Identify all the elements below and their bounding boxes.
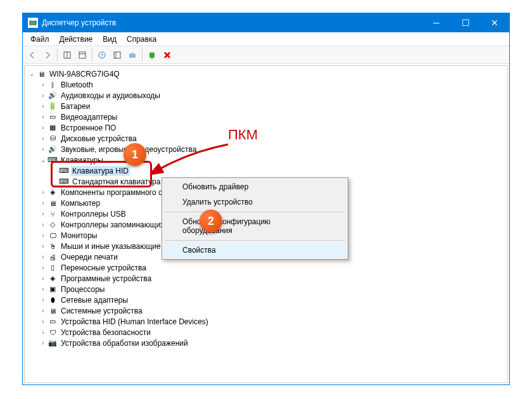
toolbar: ? [23,46,509,64]
tree-item[interactable]: ›◈Программные устройства [27,273,505,284]
tree-item[interactable]: ›📷Устройства обработки изображений [27,338,505,348]
usb-icon: ⑂ [48,209,58,219]
menu-help[interactable]: Справка [122,34,162,45]
nav-back-button[interactable] [25,48,39,62]
monitor-icon: 🖵 [48,231,58,241]
software-device-icon: ◈ [48,274,58,284]
menu-view[interactable]: Вид [98,34,122,45]
svg-rect-0 [30,21,36,25]
tree-item[interactable]: ›▭Видеоадаптеры [27,111,505,122]
chevron-right-icon[interactable]: › [39,124,48,131]
context-menu: Обновить драйвер Удалить устройство Обно… [162,177,348,260]
tree-item[interactable]: ›🖥Системные устройства [27,305,505,316]
chevron-right-icon[interactable]: › [39,243,48,250]
chevron-down-icon[interactable]: ⌄ [27,70,36,77]
keyboard-icon: ⌨ [59,166,69,176]
chevron-right-icon[interactable]: › [39,210,48,217]
chevron-right-icon[interactable]: › [39,113,48,120]
chevron-right-icon[interactable]: › [39,146,48,153]
sound-icon: 🔊 [48,144,58,155]
svg-rect-12 [149,53,155,58]
tree-label: Переносные устройства [60,263,148,273]
tree-item[interactable]: ›⛁Дисковые устройства [27,133,505,144]
tree-item[interactable]: ›🛡Устройства безопасности [27,327,505,338]
tree-item[interactable]: ›▯Переносные устройства [27,262,505,273]
tree-label: Устройства HID (Human Interface Devices) [60,317,210,327]
tree-label: Устройства обработки изображений [60,338,189,348]
tree-item[interactable]: ›ᛒBluetooth [27,79,505,90]
chevron-right-icon[interactable]: › [39,307,48,314]
context-menu-scan[interactable]: Обновить конфигурацию оборудования [163,214,346,238]
properties-button[interactable] [75,48,89,62]
chevron-right-icon[interactable]: › [39,232,48,239]
tree-item[interactable]: ›▣Процессоры [27,284,505,294]
show-hide-button[interactable] [60,48,74,62]
chevron-down-icon[interactable]: ⌄ [39,156,48,163]
chevron-right-icon[interactable]: › [39,286,48,293]
chevron-right-icon[interactable]: › [39,253,48,260]
chevron-right-icon[interactable]: › [39,275,48,282]
chevron-right-icon[interactable]: › [39,318,48,325]
tree-label: Процессоры [60,284,106,294]
tree-label: Видеоадаптеры [60,112,118,122]
menubar: Файл Действие Вид Справка [23,32,509,46]
tree-label: Очереди печати [60,252,119,262]
tree-label: Батареи [60,101,91,111]
chevron-right-icon[interactable]: › [39,189,48,196]
close-button[interactable]: ✕ [480,13,509,32]
cpu-icon: ▣ [48,284,58,294]
tree-label: Клавиатура HID [71,166,130,176]
display-adapter-icon: ▭ [48,112,58,122]
tree-item[interactable]: ›🔋Батареи [27,101,505,111]
toolbar-separator [92,49,92,61]
firmware-icon: ▦ [48,123,58,133]
chevron-right-icon[interactable]: › [39,200,48,206]
svg-rect-11 [130,53,134,54]
maximize-button[interactable]: ☐ [451,13,480,32]
menu-action[interactable]: Действие [54,34,98,45]
tree-root[interactable]: ⌄ 🖥 WIN-9A8CRG7IG4Q [27,68,505,79]
tree-label: Компьютер [60,198,101,208]
portable-icon: ▯ [48,263,58,273]
context-menu-uninstall[interactable]: Удалить устройство [163,194,346,210]
scan-hardware-button[interactable] [125,48,139,62]
keyboard-icon: ⌨ [48,155,58,165]
chevron-right-icon[interactable]: › [39,264,48,271]
toolbar-button[interactable] [110,48,124,62]
toolbar-separator [57,49,58,61]
computer-icon: 🖥 [36,69,46,79]
menu-file[interactable]: Файл [25,34,54,45]
tree-item[interactable]: ›🔊Аудиовходы и аудиовыходы [27,90,505,101]
chevron-right-icon[interactable]: › [39,81,48,88]
chevron-right-icon[interactable]: › [39,339,48,346]
svg-rect-1 [30,20,35,21]
tree-item-keyboards[interactable]: ⌄⌨Клавиатуры [27,155,505,165]
context-menu-separator [165,212,345,212]
uninstall-button[interactable] [160,48,174,62]
tree-item[interactable]: ›🔊Звуковые, игровые и видеоустройства [27,144,505,155]
help-button[interactable]: ? [95,48,109,62]
tree-item[interactable]: ›▭Устройства HID (Human Interface Device… [27,316,505,327]
context-menu-properties[interactable]: Свойства [163,243,346,258]
system-icon: 🖥 [48,306,58,316]
tree-label: Системные устройства [60,306,144,316]
tree-item[interactable]: ›▦Встроенное ПО [27,122,505,133]
tree-label: Стандартная клавиатура [71,177,162,187]
update-driver-button[interactable] [145,48,159,62]
tree-label: Дисковые устройства [60,134,138,144]
tree-label: Контроллеры USB [60,209,127,219]
chevron-right-icon[interactable]: › [39,103,48,110]
disk-icon: ⛁ [48,134,58,144]
keyboard-icon: ⌨ [59,177,69,187]
nav-forward-button[interactable] [41,48,54,62]
chevron-right-icon[interactable]: › [39,92,48,99]
chevron-right-icon[interactable]: › [39,221,48,228]
storage-icon: ◇ [48,220,58,230]
context-menu-update-driver[interactable]: Обновить драйвер [163,179,346,194]
tree-item-hid-keyboard[interactable]: ⌨Клавиатура HID [27,165,505,176]
tree-item[interactable]: ›⬮Сетевые адаптеры [27,294,505,305]
chevron-right-icon[interactable]: › [39,135,48,142]
chevron-right-icon[interactable]: › [39,329,48,336]
chevron-right-icon[interactable]: › [39,296,48,303]
minimize-button[interactable]: ─ [422,13,451,32]
